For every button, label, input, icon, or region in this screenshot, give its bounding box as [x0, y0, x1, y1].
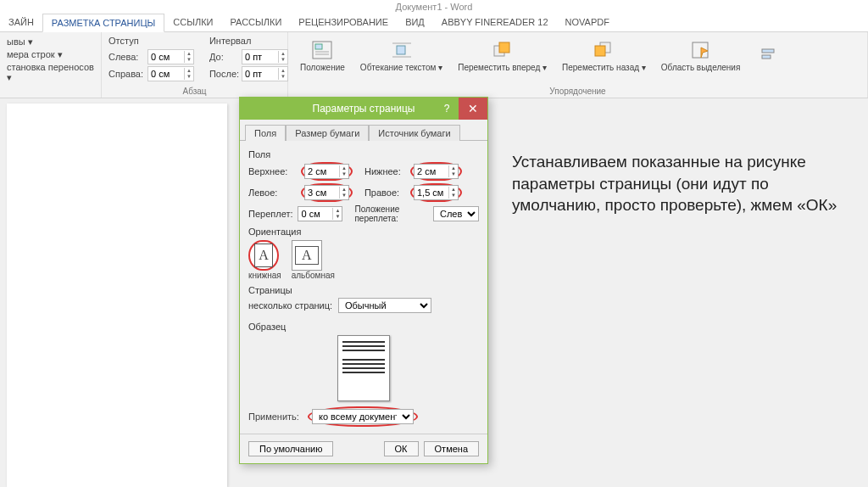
instruction-text: Устанавливаем показанные на рисунке пара…: [512, 151, 851, 216]
align-button[interactable]: [750, 41, 787, 70]
ok-button[interactable]: ОК: [384, 441, 419, 456]
wrap-text-icon: [388, 37, 415, 63]
spacing-after-input[interactable]: ▲▼: [242, 66, 288, 81]
line-numbers-item[interactable]: мера строк ▾: [7, 48, 94, 61]
send-backward-button[interactable]: Переместить назад ▾: [557, 36, 651, 74]
indent-right-input[interactable]: ▲▼: [147, 66, 194, 81]
tab-paper[interactable]: Размер бумаги: [286, 125, 369, 141]
selection-pane-icon: [687, 37, 715, 63]
tab-novapdf[interactable]: novaPDF: [557, 14, 618, 31]
orientation-portrait[interactable]: A книжная: [248, 240, 281, 280]
tab-margins[interactable]: Поля: [245, 125, 286, 141]
tab-page-layout[interactable]: РАЗМЕТКА СТРАНИЦЫ: [42, 14, 164, 32]
ribbon-tabs: ЗАЙН РАЗМЕТКА СТРАНИЦЫ ССЫЛКИ РАССЫЛКИ Р…: [0, 14, 868, 32]
tab-mailings[interactable]: РАССЫЛКИ: [221, 14, 290, 31]
margin-top-input[interactable]: ▲▼: [304, 164, 349, 179]
tab-source[interactable]: Источник бумаги: [369, 125, 459, 141]
svg-rect-4: [397, 46, 405, 54]
orientation-landscape[interactable]: A альбомная: [292, 240, 335, 280]
ribbon-group-arrange: Положение Обтекание текстом ▾ Переместит…: [288, 32, 868, 98]
svg-rect-8: [499, 42, 509, 53]
tab-references[interactable]: ССЫЛКИ: [164, 14, 221, 31]
tab-view[interactable]: ВИД: [397, 14, 433, 31]
svg-rect-1: [315, 44, 322, 49]
help-button[interactable]: ?: [435, 98, 459, 120]
sample-label: Образец: [248, 322, 479, 332]
position-button[interactable]: Положение: [295, 36, 350, 74]
close-button[interactable]: ✕: [459, 98, 487, 120]
tab-design[interactable]: ЗАЙН: [0, 14, 42, 31]
dialog-titlebar: Параметры страницы ? ✕: [240, 98, 487, 120]
breaks-item[interactable]: ывы ▾: [7, 36, 94, 48]
svg-rect-13: [762, 49, 774, 53]
tab-review[interactable]: РЕЦЕНЗИРОВАНИЕ: [290, 14, 397, 31]
cancel-button[interactable]: Отмена: [424, 441, 479, 456]
pages-label: Страницы: [248, 285, 479, 295]
svg-rect-14: [762, 55, 771, 59]
gutter-input[interactable]: ▲▼: [298, 206, 342, 221]
margins-section-label: Поля: [248, 149, 479, 160]
orientation-label: Ориентация: [248, 227, 479, 237]
page-setup-dialog: Параметры страницы ? ✕ Поля Размер бумаг…: [239, 97, 488, 464]
interval-label: Интервал: [209, 36, 288, 46]
tab-abbyy[interactable]: ABBYY FineReader 12: [433, 14, 557, 31]
default-button[interactable]: По умолчанию: [248, 441, 333, 456]
hyphenation-item[interactable]: становка переносов ▾: [7, 61, 94, 84]
dialog-footer: По умолчанию ОК Отмена: [240, 434, 487, 463]
bring-forward-button[interactable]: Переместить вперед ▾: [453, 36, 552, 74]
wrap-text-button[interactable]: Обтекание текстом ▾: [355, 36, 448, 74]
ribbon: ывы ▾ мера строк ▾ становка переносов ▾ …: [0, 32, 868, 98]
bring-forward-icon: [489, 37, 516, 63]
align-icon: [755, 42, 782, 68]
margin-bottom-input[interactable]: ▲▼: [414, 164, 459, 179]
document-page[interactable]: [7, 104, 227, 487]
margin-right-input[interactable]: ▲▼: [414, 185, 459, 200]
svg-marker-12: [701, 48, 708, 58]
apply-to-select[interactable]: ко всему документу: [312, 409, 414, 424]
send-backward-icon: [590, 37, 617, 63]
indent-label: Отступ: [108, 36, 194, 46]
dialog-tabs: Поля Размер бумаги Источник бумаги: [240, 120, 487, 141]
spacing-before-input[interactable]: ▲▼: [242, 49, 288, 64]
sample-preview: [337, 335, 390, 401]
gutter-position-select[interactable]: Слева: [433, 206, 479, 221]
ribbon-group-paragraph: Отступ Слева: ▲▼ Справа: ▲▼ Интервал До:…: [102, 32, 288, 98]
svg-rect-10: [595, 46, 605, 56]
position-icon: [309, 37, 336, 63]
dialog-body: Поля Верхнее: ▲▼ Нижнее: ▲▼ Левое: ▲▼ Пр…: [240, 140, 487, 434]
indent-left-input[interactable]: ▲▼: [147, 49, 194, 64]
ribbon-group-breaks: ывы ▾ мера строк ▾ становка переносов ▾: [0, 32, 102, 98]
window-title: Документ1 - Word: [0, 0, 868, 14]
margin-left-input[interactable]: ▲▼: [304, 185, 349, 200]
selection-pane-button[interactable]: Область выделения: [656, 36, 746, 74]
multiple-pages-select[interactable]: Обычный: [338, 298, 431, 313]
